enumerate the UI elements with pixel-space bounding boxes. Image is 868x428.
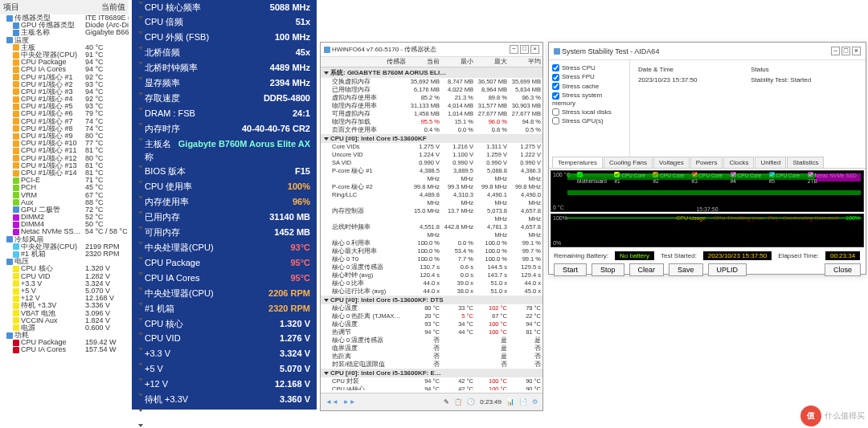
stress-checkbox[interactable]: Stress CPU <box>552 63 626 72</box>
sensor-reading-row[interactable]: 核心 0 热距离 (TJMAX的温度)20 °C5 °C67 °C22 °C <box>321 312 542 320</box>
log-icon[interactable]: 📄 <box>519 398 527 406</box>
sensor-reading-row[interactable]: 物理内存加载95.5 %15.1 %96.0 %94.8 % <box>321 118 542 126</box>
sensor-reading-row[interactable]: CPU IA核心94 °C42 °C100 °C90 °C <box>321 385 542 390</box>
settings-icon[interactable]: ⚙ <box>532 398 538 406</box>
reset-icon[interactable]: 📋 <box>454 398 462 406</box>
sensor-reading-row[interactable]: 核心温度93 °C34 °C100 °C94 °C <box>321 320 542 328</box>
sensor-reading-row[interactable]: 内存控制器15.0 MHz13.7 MHz5,073.8 MHz4,657.8 … <box>321 207 542 223</box>
stability-titlebar[interactable]: System Stability Test - AIDA64 − □ × <box>549 43 866 60</box>
tree-row[interactable]: #1 机箱2320 RPM <box>0 251 129 258</box>
tab-cooling-fans[interactable]: Cooling Fans <box>604 157 653 168</box>
sensor-reading-row[interactable]: 核心最大利用率100.0 %53.4 %100.0 %99.7 % <box>321 247 542 255</box>
sensor-reading-row[interactable]: 封装/稳定电源限值否否否 <box>321 361 542 369</box>
sensor-group-header[interactable]: CPU [#0]: Intel Core i5-13600KF: DTS <box>321 296 542 304</box>
sensor-reading-row[interactable]: 物理内存使用率31,133 MB4,014 MB31,577 MB30,903 … <box>321 102 542 110</box>
tree-row[interactable]: CPU #1/核心 #874 °C <box>0 125 129 132</box>
sensor-reading-row[interactable]: 总线时钟频率4,551.8 MHz442.8 MHz4,781.3 MHz4,6… <box>321 223 542 239</box>
sensor-reading-row[interactable]: Uncore VID1.224 V1.100 V1.259 V1.222 V <box>321 151 542 159</box>
sensor-reading-row[interactable]: 核心 0 温度传感器否是是 <box>321 336 542 344</box>
sensor-reading-row[interactable]: 热调节94 °C44 °C100 °C81 °C <box>321 328 542 336</box>
close-button[interactable]: Close <box>825 263 861 276</box>
maximize-button[interactable]: □ <box>520 45 529 54</box>
tab-voltages[interactable]: Voltages <box>653 157 690 168</box>
close-button[interactable]: × <box>530 45 539 54</box>
sensor-reading-row[interactable]: 已用物理内存6,176 MB4,022 MB8,964 MB5,634 MB <box>321 86 542 94</box>
tree-row[interactable]: CPU #1/核心 #1381 °C <box>0 162 129 169</box>
minimize-button[interactable]: − <box>510 45 518 54</box>
tree-row[interactable]: CPU IA Cores94 °C <box>0 66 129 73</box>
stop-button[interactable]: Stop <box>592 263 624 276</box>
tree-row[interactable]: DIMM252 °C <box>0 214 129 221</box>
sensor-reading-row[interactable]: 核心 0 温度传感器130.7 s0.6 s144.5 s129.5 s <box>321 263 542 271</box>
sensor-reading-row[interactable]: 虚拟内存使用率85.2 %21.3 %89.8 %86.3 % <box>321 94 542 102</box>
tree-row[interactable]: CPU #1/核心 #1181 °C <box>0 147 129 154</box>
sensor-reading-row[interactable]: 临界温度否是否 <box>321 344 542 353</box>
close-button[interactable]: × <box>852 47 861 55</box>
tree-row[interactable]: CPU #1/核心 #293 °C <box>0 81 129 88</box>
sensor-reading-row[interactable]: 页面文件使用率0.4 %0.0 %0.8 %0.5 % <box>321 126 542 134</box>
hwinfo-titlebar[interactable]: HWiNFO64 v7.60-5170 - 传感器状态 − □ × <box>321 43 542 57</box>
stress-checkbox[interactable]: Stress FPU <box>552 72 626 81</box>
tree-row[interactable]: CPU #1/核心 #980 °C <box>0 132 129 140</box>
sensor-reading-row[interactable]: 可用虚拟内存1,458 MB1,014 MB27,677 MB27,677 MB <box>321 110 542 118</box>
clear-button[interactable]: Clear <box>629 263 665 276</box>
tree-row[interactable]: Aux88 °C <box>0 199 129 206</box>
tab-clocks[interactable]: Clocks <box>723 157 754 168</box>
tree-row[interactable]: PCH45 °C <box>0 184 129 191</box>
stress-checkbox[interactable]: Stress cache <box>552 82 626 91</box>
tree-row[interactable]: CPU Package94 °C <box>0 59 129 66</box>
tree-row[interactable]: CPU #1/核心 #192 °C <box>0 74 129 81</box>
graph-icon[interactable]: 📊 <box>506 398 514 406</box>
start-button[interactable]: Start <box>554 263 587 276</box>
sensor-reading-row[interactable]: Ring/LLC4,489.8 MHz4,310.3 MHz4,490.1 MH… <box>321 191 542 207</box>
tree-row[interactable]: CPU #1/核心 #1481 °C <box>0 169 129 177</box>
sensor-reading-row[interactable]: 核心 0 比率44.0 x39.0 x51.0 x44.0 x <box>321 279 542 287</box>
tree-row[interactable]: 主板名称Gigabyte B660 / B760 / H610 / H670 /… <box>0 29 129 36</box>
tab-powers[interactable]: Powers <box>690 157 723 168</box>
sensor-reading-row[interactable]: 核心时钟 (avg)120.4 s0.0 s143.7 s129.4 s <box>321 271 542 279</box>
preferences-icon[interactable]: ✎ <box>444 398 449 406</box>
sensor-reading-row[interactable]: 热距离否是否 <box>321 353 542 361</box>
sensor-reading-row[interactable]: 核心温度80 °C33 °C102 °C78 °C <box>321 304 542 312</box>
minimize-button[interactable]: − <box>831 47 840 55</box>
sensor-reading-row[interactable]: P-core 核心 #299.8 MHz99.3 MHz99.8 MHz99.8… <box>321 183 542 191</box>
save-button[interactable]: Save <box>669 263 703 276</box>
sensor-reading-row[interactable]: 核心 0 T0100.0 %7.7 %100.0 %99.1 % <box>321 255 542 263</box>
tree-row[interactable]: 主板40 °C <box>0 44 129 51</box>
tree-row[interactable]: 中央处理器(CPU)91 °C <box>0 51 129 59</box>
nav-back-icon[interactable]: ◄◄ <box>326 398 338 406</box>
tree-row[interactable]: CPU #1/核心 #1280 °C <box>0 155 129 162</box>
sensor-reading-row[interactable]: SA VID0.990 V0.990 V0.990 V0.990 V <box>321 159 542 167</box>
sensor-group-header[interactable]: CPU [#0]: Intel Core i5-13600KF <box>321 134 542 143</box>
sensor-reading-row[interactable]: 核心运行比率 (avg)44.0 x38.0 x51.0 x45.0 x <box>321 287 542 296</box>
tree-row[interactable]: 温度 <box>0 37 129 44</box>
nav-fwd-icon[interactable]: ►► <box>343 398 356 406</box>
maximize-button[interactable]: □ <box>841 47 850 55</box>
tree-row[interactable]: CPU IA Cores157.54 W <box>0 346 129 353</box>
stress-checkbox[interactable]: Stress GPU(s) <box>552 116 626 125</box>
sensor-reading-row[interactable]: P-core 核心 #14,388.5 MHz3,889.5 MHz5,088.… <box>321 167 542 183</box>
uplid-button[interactable]: UPLID <box>708 263 747 276</box>
tree-row[interactable]: PCI-E71 °C <box>0 177 129 184</box>
tree-row[interactable]: 电源0.600 V <box>0 324 129 332</box>
tree-row[interactable]: VRM67 °C <box>0 192 129 199</box>
tab-statistics[interactable]: Statistics <box>787 157 824 168</box>
sensor-reading-row[interactable]: CPU 封装94 °C42 °C100 °C90 °C <box>321 377 542 385</box>
stress-checkbox[interactable]: Stress system memory <box>552 91 626 107</box>
tab-unified[interactable]: Unified <box>755 157 786 168</box>
sensor-reading-row[interactable]: Core VIDs1.275 V1.216 V1.311 V1.275 V <box>321 143 542 151</box>
sensor-group-header[interactable]: 系统: GIGABYTE B760M AORUS ELI… <box>321 67 542 78</box>
tab-temperatures[interactable]: Temperatures <box>552 157 603 168</box>
sensor-reading-row[interactable]: 交换虚拟内存35,692 MB8,747 MB36,507 MB35,699 M… <box>321 78 542 86</box>
tree-row[interactable]: CPU #1/核心 #593 °C <box>0 103 129 110</box>
sensor-reading-row[interactable]: 核心 0 利用率100.0 %0.0 %100.0 %99.1 % <box>321 239 542 247</box>
tree-row[interactable]: CPU #1/核心 #1077 °C <box>0 140 129 147</box>
tree-row[interactable]: CPU #1/核心 #774 °C <box>0 118 129 125</box>
stress-checkbox[interactable]: Stress local disks <box>552 108 626 116</box>
tree-row[interactable]: Netac NVMe SSD 2TB54 °C / 58 °C <box>0 228 129 235</box>
tree-row[interactable]: CPU #1/核心 #394 °C <box>0 88 129 96</box>
tree-row[interactable]: CPU #1/核心 #492 °C <box>0 96 129 103</box>
sensor-group-header[interactable]: CPU [#0]: Intel Core i5-13600KF: E… <box>321 369 542 377</box>
tree-row[interactable]: CPU #1/核心 #679 °C <box>0 110 129 117</box>
tree-row[interactable]: GPU 二极管72 °C <box>0 206 129 214</box>
